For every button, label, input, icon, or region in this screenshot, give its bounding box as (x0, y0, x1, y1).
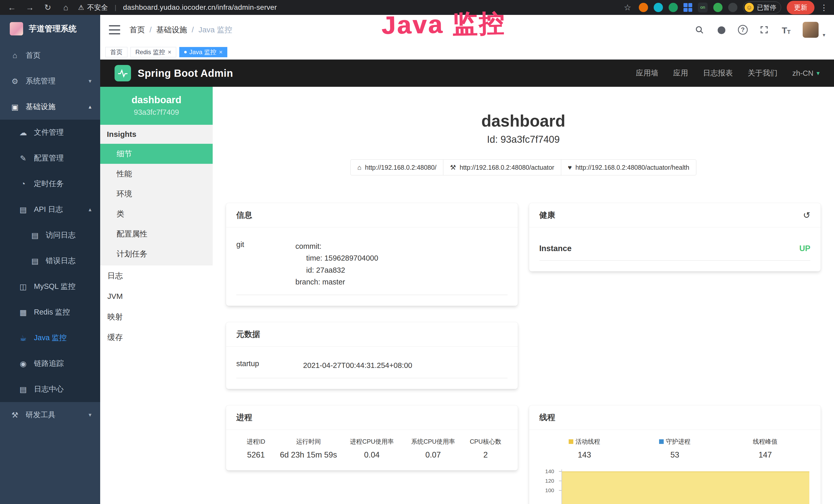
back-icon[interactable]: ← (6, 3, 18, 12)
sidebar-item-config-mgmt[interactable]: ✎ 配置管理 (0, 145, 100, 171)
sba-body: dashboard 93a3fc7f7409 Insights 细节 性能 环境… (100, 87, 834, 504)
daemon-threads-swatch (659, 439, 664, 444)
url-bar[interactable]: dashboard.yudao.iocoder.cn/infra/admin-s… (123, 3, 277, 12)
sba-item-mappings[interactable]: 映射 (100, 306, 213, 327)
wrench-icon: ⚒ (450, 164, 456, 171)
tab-active-dot (184, 51, 187, 53)
sba-item-config-props[interactable]: 配置属性 (100, 224, 213, 244)
sidebar-item-api-logs[interactable]: ▤ API 日志 ▴ (0, 197, 100, 222)
sidebar-item-mysql-monitor[interactable]: ◫ MySQL 监控 (0, 274, 100, 299)
legend-live-threads: 活动线程 143 (540, 437, 630, 460)
health-card-header: 健康 ↺ (529, 203, 821, 228)
sba-nav-wallboard[interactable]: 应用墙 (636, 68, 658, 78)
sidebar-item-system-mgmt[interactable]: ⚙ 系统管理 ▾ (0, 68, 100, 94)
hamburger-icon[interactable] (109, 25, 120, 35)
bookmark-star-icon[interactable]: ☆ (622, 3, 633, 12)
tags-view: 首页 Redis 监控 × Java 监控 × (100, 45, 834, 60)
sidebar-item-home[interactable]: ⌂ 首页 (0, 43, 100, 68)
sidebar-item-label: 研发工具 (26, 410, 56, 420)
tab-label: 首页 (110, 48, 123, 56)
sba-instance-id: 93a3fc7f7409 (103, 108, 210, 117)
help-icon[interactable]: ? (738, 25, 748, 35)
endpoint-actuator-button[interactable]: ⚒ http://192.168.0.2:48080/actuator (443, 159, 561, 175)
extension-grid-icon[interactable] (683, 3, 692, 12)
extension-on-badge[interactable]: on (698, 3, 708, 12)
sba-language-select[interactable]: zh-CN ▾ (792, 69, 820, 77)
endpoint-health-button[interactable]: ♥ http://192.168.0.2:48080/actuator/heal… (561, 159, 696, 175)
sba-nav-journal[interactable]: 日志报表 (703, 68, 733, 78)
forward-icon[interactable]: → (24, 3, 36, 12)
live-threads-swatch (569, 439, 573, 444)
sidebar-item-scheduled-tasks[interactable]: ◔ 定时任务 (0, 171, 100, 197)
breadcrumb-home[interactable]: 首页 (129, 25, 145, 35)
chrome-right-controls: ☆ on ☺ 已暂停 更新 ⋮ (622, 1, 828, 15)
sidebar-item-access-logs[interactable]: ▤ 访问日志 (0, 222, 100, 248)
chrome-menu-icon[interactable]: ⋮ (820, 3, 828, 12)
sidebar-item-dev-tools[interactable]: ⚒ 研发工具 ▾ (0, 402, 100, 428)
sidebar-item-label: 链路追踪 (34, 359, 64, 369)
sba-item-environment[interactable]: 环境 (100, 184, 213, 204)
sba-nav-applications[interactable]: 应用 (673, 68, 688, 78)
avatar[interactable] (803, 22, 818, 38)
extension-icon[interactable] (654, 3, 663, 12)
chevron-up-icon: ▴ (89, 206, 91, 213)
tab-close-icon[interactable]: × (219, 48, 222, 56)
sba-item-logs[interactable]: 日志 (100, 266, 213, 286)
tab-home[interactable]: 首页 (105, 47, 127, 57)
sba-item-metrics[interactable]: 性能 (100, 164, 213, 184)
extension-icon[interactable] (713, 3, 723, 12)
chrome-update-button[interactable]: 更新 (787, 1, 814, 15)
sidebar-item-redis-monitor[interactable]: ▦ Redis 监控 (0, 299, 100, 325)
health-card: 健康 ↺ Instance UP (529, 203, 821, 271)
sba-item-details[interactable]: 细节 (100, 144, 213, 164)
sidebar-item-infrastructure[interactable]: ▣ 基础设施 ▴ (0, 94, 100, 120)
stat-cpu-cores: CPU核心数 2 (464, 437, 507, 460)
history-icon[interactable]: ↺ (803, 210, 811, 220)
sba-item-jvm[interactable]: JVM (100, 286, 213, 306)
sidebar-item-log-center[interactable]: ▤ 日志中心 (0, 376, 100, 402)
threads-card-title: 线程 (540, 412, 555, 423)
tab-label: Java 监控 (189, 48, 216, 56)
sba-instance-block[interactable]: dashboard 93a3fc7f7409 (100, 87, 213, 125)
security-chip[interactable]: ⚠ 不安全 (78, 3, 108, 12)
health-card-title: 健康 (540, 210, 555, 221)
extension-icon[interactable] (639, 3, 648, 12)
sidebar-item-error-logs[interactable]: ▤ 错误日志 (0, 248, 100, 274)
sba-item-classes[interactable]: 类 (100, 204, 213, 224)
eye-icon: ◉ (19, 359, 28, 368)
sba-main: dashboard Id: 93a3fc7f7409 ⌂ http://192.… (213, 87, 834, 504)
sba-nav-about[interactable]: 关于我们 (748, 68, 777, 78)
info-key: git (236, 240, 295, 288)
extension-puzzle-icon[interactable] (728, 3, 738, 12)
tab-redis-monitor[interactable]: Redis 监控 × (130, 47, 176, 57)
endpoint-label: http://192.168.0.2:48080/actuator/health (575, 164, 689, 171)
github-icon[interactable] (716, 24, 727, 36)
tab-close-icon[interactable]: × (168, 48, 171, 56)
search-icon[interactable] (694, 24, 705, 36)
sba-item-scheduled-tasks[interactable]: 计划任务 (100, 244, 213, 264)
warning-icon: ⚠ (78, 4, 84, 12)
extension-icon[interactable] (668, 3, 678, 12)
endpoint-service-url-button[interactable]: ⌂ http://192.168.0.2:48080/ (350, 159, 443, 175)
home-icon[interactable]: ⌂ (60, 3, 71, 12)
reload-icon[interactable]: ↻ (42, 3, 53, 12)
breadcrumb-infrastructure[interactable]: 基础设施 (156, 25, 187, 35)
sba-item-caches[interactable]: 缓存 (100, 327, 213, 348)
sidebar-item-trace[interactable]: ◉ 链路追踪 (0, 351, 100, 376)
profile-chip[interactable]: ☺ 已暂停 (743, 2, 781, 13)
sidebar-item-label: MySQL 监控 (34, 281, 75, 292)
sidebar-item-java-monitor[interactable]: ☕ Java 监控 (0, 325, 100, 351)
avatar-caret-icon: ▾ (823, 32, 825, 38)
tab-java-monitor[interactable]: Java 监控 × (179, 47, 227, 57)
sidebar-item-label: 配置管理 (34, 153, 64, 163)
sba-brand[interactable]: Spring Boot Admin (114, 65, 233, 82)
sba-language-value: zh-CN (792, 69, 813, 77)
info-value-line: id: 27aa832 (295, 264, 378, 276)
health-instance-row[interactable]: Instance UP (540, 235, 811, 260)
metadata-card-title: 元数据 (236, 329, 260, 340)
fullscreen-icon[interactable] (759, 24, 770, 36)
sidebar-item-file-mgmt[interactable]: ☁ 文件管理 (0, 120, 100, 145)
font-size-icon[interactable]: TT (781, 24, 792, 36)
sba-sidebar: dashboard 93a3fc7f7409 Insights 细节 性能 环境… (100, 87, 213, 504)
legend-peak-threads: 线程峰值 147 (720, 437, 810, 460)
